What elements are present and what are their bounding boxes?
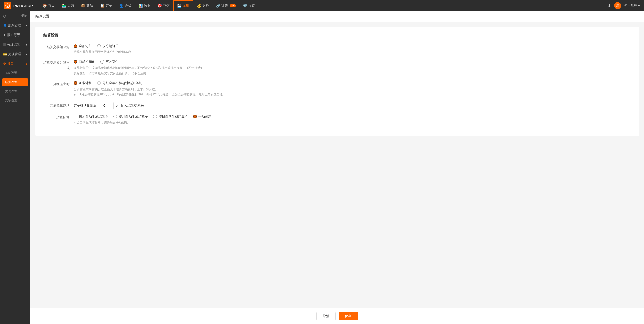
settlement-period-label: 结算周期	[43, 114, 74, 120]
app-icon: 💾	[177, 4, 181, 8]
effective-period-suffix: 天	[116, 103, 119, 108]
cancel-button[interactable]: 取消	[316, 312, 336, 320]
nav-app[interactable]: 💾 应用	[173, 0, 193, 11]
radio-actual-payment[interactable]: 实际支付	[100, 59, 119, 64]
radio-all-orders[interactable]: 全部订单	[74, 44, 92, 48]
nav-store[interactable]: 🏪 店铺	[58, 0, 77, 11]
effective-period-input[interactable]	[99, 102, 114, 109]
settings-icon: ⚙️	[243, 4, 247, 8]
logo[interactable]: E EWEISHOP	[4, 2, 33, 9]
radio-manual[interactable]: 手动创建	[193, 114, 211, 119]
sidebar-item-overview[interactable]: ◎ 概览	[0, 11, 30, 21]
logo-text: EWEISHOP	[13, 4, 33, 8]
sidebar-item-shareholder-level[interactable]: ★ 股东等级	[0, 30, 30, 40]
calculation-method-hint: 商品折扣价：按商品参加优惠活动后金额计算，不包含积分抵扣和优惠券优惠金额。（不含…	[74, 65, 631, 76]
channel-icon: 🔗	[216, 4, 220, 8]
settings-card: 结算设置 结算交易额来源 全部订单	[35, 27, 639, 136]
transaction-source-control: 全部订单 仅分销订单 结算交易额是指用于各股东分红的金额基数	[74, 44, 631, 54]
nav-marketing[interactable]: 🎯 营销	[154, 0, 173, 11]
marketing-icon: 🎯	[157, 4, 162, 8]
goods-icon: 📦	[81, 4, 85, 8]
effective-period-label: 交易额生效期	[43, 102, 74, 108]
page-footer: 取消 保存	[30, 308, 644, 324]
new-badge: new	[230, 4, 236, 7]
sidebar-item-withdrawal-settings[interactable]: 提现设置	[0, 87, 30, 96]
page-title: 结算设置	[43, 33, 631, 38]
sidebar-item-text-settings[interactable]: 文字设置	[0, 96, 30, 105]
sidebar-item-basic-settings[interactable]: 基础设置	[0, 68, 30, 78]
radio-split-orders-input[interactable]	[97, 44, 101, 48]
radio-manual-input[interactable]	[193, 115, 197, 118]
radio-discount-price-input[interactable]	[74, 60, 77, 64]
effective-period-postfix: 纳入结算交易额	[121, 103, 144, 108]
effective-period-control: 订单确认收货后 天 纳入结算交易额	[74, 102, 631, 109]
store-icon: 🏪	[62, 4, 66, 8]
nav-items: 🏠 首页 🏪 店铺 📦 商品 📋 订单 👤 会员 📊 数据 🎯 营销 💾	[39, 0, 608, 11]
shareholder-level-icon: ★	[3, 33, 6, 37]
effective-period-inline: 订单确认收货后 天 纳入结算交易额	[74, 102, 631, 109]
member-icon: 👤	[119, 4, 123, 8]
top-nav: E EWEISHOP 🏠 首页 🏪 店铺 📦 商品 📋 订单 👤 会员 📊 数据	[0, 0, 644, 11]
tutorial-button[interactable]: 使用教程 ▾	[624, 3, 640, 8]
radio-daily[interactable]: 按日自动生成结算单	[153, 114, 188, 119]
settlement-period-hint: 不会自动生成结算单，需要后台手动创建	[74, 120, 631, 125]
overview-icon: ◎	[3, 14, 6, 18]
radio-monthly-input[interactable]	[113, 115, 117, 118]
save-button[interactable]: 保存	[339, 312, 358, 320]
nav-order[interactable]: 📋 订单	[96, 0, 116, 11]
dividend-overflow-hint: 当所有股东享有的分红金额大于结算交易额时，正常计算分红。 例：1月店铺交易额10…	[74, 87, 631, 97]
sidebar-item-settlement-settings[interactable]: 结算设置	[2, 78, 28, 86]
settlement-period-row: 结算周期 按周自动生成结算单 按月自动生成结算单	[43, 114, 631, 125]
radio-no-exceed-input[interactable]	[97, 81, 101, 85]
svg-text:E: E	[7, 5, 8, 7]
sidebar-item-withdrawal[interactable]: 💳 提现管理 ▾	[0, 49, 30, 59]
breadcrumb: 结算设置	[30, 11, 644, 22]
transaction-source-row: 结算交易额来源 全部订单 仅分销订单	[43, 44, 631, 54]
content-area: 结算设置 结算设置 结算交易额来源 全部订单	[30, 11, 644, 308]
settlement-period-options: 按周自动生成结算单 按月自动生成结算单 按日自动生成结算单	[74, 114, 631, 119]
nav-channel[interactable]: 🔗 渠道 new	[212, 0, 240, 11]
logo-icon: E	[4, 2, 11, 9]
avatar[interactable]: 用	[614, 2, 621, 9]
withdrawal-icon: 💳	[3, 52, 7, 56]
shareholder-mgmt-arrow-icon: ▾	[26, 24, 27, 27]
radio-weekly[interactable]: 按周自动生成结算单	[74, 114, 108, 119]
download-icon[interactable]: ⬇	[608, 3, 611, 8]
nav-data[interactable]: 📊 数据	[135, 0, 154, 11]
dividend-overflow-options: 正常计算 分红金额不得超过结算金额	[74, 81, 631, 85]
dividend-icon: ☰	[3, 43, 6, 47]
main-layout: ◎ 概览 👤 股东管理 ▾ ★ 股东等级 ☰ 分红结算 ▾ 💳	[0, 11, 644, 324]
page-content: 结算设置 结算交易额来源 全部订单	[30, 22, 644, 141]
data-icon: 📊	[138, 4, 143, 8]
effective-period-row: 交易额生效期 订单确认收货后 天 纳入结算交易额	[43, 102, 631, 109]
calculation-method-row: 结算交易额计算方式 商品折扣价 实际支付	[43, 59, 631, 76]
radio-no-exceed[interactable]: 分红金额不得超过结算金额	[97, 81, 142, 85]
withdrawal-arrow-icon: ▾	[26, 53, 27, 56]
radio-monthly[interactable]: 按月自动生成结算单	[113, 114, 148, 119]
radio-daily-input[interactable]	[153, 115, 157, 118]
radio-normal-calc[interactable]: 正常计算	[74, 81, 92, 85]
sidebar-item-settings-group[interactable]: ⚙ 设置 ▴	[0, 59, 30, 68]
sidebar-item-shareholder-mgmt[interactable]: 👤 股东管理 ▾	[0, 21, 30, 30]
settlement-period-control: 按周自动生成结算单 按月自动生成结算单 按日自动生成结算单	[74, 114, 631, 125]
radio-split-orders[interactable]: 仅分销订单	[97, 44, 119, 48]
shareholder-mgmt-icon: 👤	[3, 24, 7, 27]
settings-group-arrow-icon: ▴	[26, 62, 27, 65]
nav-home[interactable]: 🏠 首页	[39, 0, 58, 11]
nav-goods[interactable]: 📦 商品	[77, 0, 96, 11]
nav-settings[interactable]: ⚙️ 设置	[239, 0, 259, 11]
nav-finance[interactable]: 💰 财务	[193, 0, 212, 11]
radio-actual-payment-input[interactable]	[100, 60, 104, 64]
radio-weekly-input[interactable]	[74, 115, 77, 118]
radio-normal-calc-input[interactable]	[74, 81, 77, 85]
nav-member[interactable]: 👤 会员	[116, 0, 135, 11]
order-icon: 📋	[100, 4, 104, 8]
calculation-method-label: 结算交易额计算方式	[43, 59, 74, 71]
effective-period-prefix: 订单确认收货后	[74, 103, 96, 108]
sidebar-item-dividend[interactable]: ☰ 分红结算 ▾	[0, 40, 30, 49]
settings-sub-items: 基础设置 结算设置 提现设置 文字设置	[0, 68, 30, 105]
radio-all-orders-input[interactable]	[74, 44, 77, 48]
radio-discount-price[interactable]: 商品折扣价	[74, 59, 95, 64]
calculation-method-control: 商品折扣价 实际支付 商品折扣价：按商品参加优惠活动后金额计算，不包含积分抵扣和…	[74, 59, 631, 76]
sidebar: ◎ 概览 👤 股东管理 ▾ ★ 股东等级 ☰ 分红结算 ▾ 💳	[0, 11, 30, 324]
